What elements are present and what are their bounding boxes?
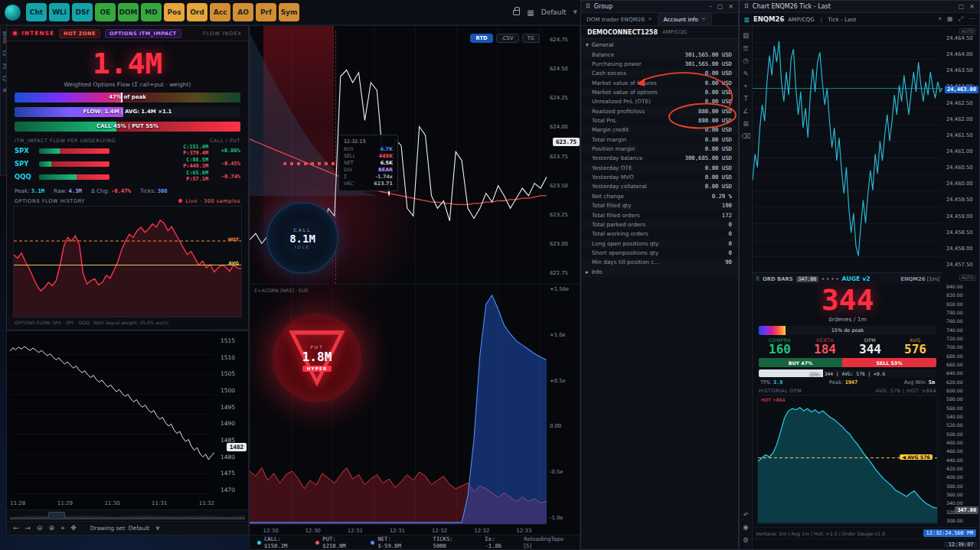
tab-dom-trader[interactable]: DOM trader ENQM26 ✕: [581, 13, 658, 25]
zoom-in-icon[interactable]: ⊕: [49, 525, 55, 532]
drag-handle-icon[interactable]: ⠿: [756, 276, 760, 282]
remove-drawings-icon[interactable]: ⌫: [741, 133, 750, 140]
account-row[interactable]: Net change 0.29 %: [581, 191, 738, 200]
upper-price-axis[interactable]: 624.75624.50624.25624.00623.75623.50623.…: [545, 37, 580, 276]
module-button[interactable]: Ord: [187, 3, 207, 21]
lower-value-axis[interactable]: +1.56e+1.0e+0.5e0.00-0.5e-1.0e: [545, 286, 580, 521]
opm-value-axis[interactable]: 840.00820.00800.00780.00760.00740.00720.…: [942, 272, 979, 527]
scrollbar-handle[interactable]: [48, 512, 65, 519]
account-row[interactable]: Total PnL 880.00 USD: [581, 116, 738, 125]
tick-price-axis[interactable]: 24,464.5024,464.0024,463.5024,463.0024,4…: [942, 26, 979, 272]
flow-history-chart[interactable]: HOT AVG: [13, 206, 242, 317]
hand-icon[interactable]: ✥: [70, 525, 77, 532]
drag-handle-icon[interactable]: ⠿: [586, 3, 590, 10]
tab-close-icon[interactable]: ✕: [648, 16, 652, 22]
account-row[interactable]: Long open positions qty 0: [581, 239, 738, 248]
account-row[interactable]: Market value of options 0.00 USD: [581, 87, 738, 96]
underlying-row[interactable]: SPY C:88.5M P:449.3M -0.45%: [7, 158, 248, 171]
symbol-label[interactable]: ENQM26: [753, 15, 784, 23]
layout-icon[interactable]: ▦: [947, 15, 953, 23]
chart-scrollbar[interactable]: [7, 509, 248, 521]
module-button[interactable]: Sym: [279, 3, 299, 21]
section-general[interactable]: ▾ General: [581, 39, 738, 50]
layout-grid-icon[interactable]: ▦: [527, 8, 534, 17]
lock-icon[interactable]: [513, 10, 520, 15]
drag-handle-icon[interactable]: ⠿: [744, 3, 749, 10]
account-row[interactable]: Realized profit/loss 880.00 USD: [581, 106, 738, 116]
account-row[interactable]: Short openpositions qty 0: [581, 248, 738, 257]
module-button[interactable]: MD: [141, 3, 162, 21]
close-icon[interactable]: ✕: [728, 3, 733, 10]
maximize-icon[interactable]: ▢: [959, 3, 965, 10]
minimize-icon[interactable]: –: [709, 3, 712, 10]
account-row[interactable]: Margin credit 0.00 USD: [581, 125, 738, 135]
auto-scale-label[interactable]: AUTO: [959, 28, 976, 34]
pan-right-icon[interactable]: →: [25, 525, 31, 532]
more-icon[interactable]: ⋮: [818, 16, 824, 23]
module-button[interactable]: DOM: [118, 3, 139, 21]
zoom-out-icon[interactable]: ⊖: [37, 525, 43, 532]
module-button[interactable]: Pos: [164, 3, 185, 21]
put-gauge[interactable]: ▽ PUT 1.8M HYPER: [273, 314, 361, 402]
drawing-set-label[interactable]: Drawing set: Default: [90, 525, 149, 532]
crosshair-icon[interactable]: ⌖: [60, 525, 64, 532]
tg-pill[interactable]: TG: [522, 34, 540, 43]
text-tool-icon[interactable]: T: [743, 96, 747, 103]
settings-icon[interactable]: ⚙: [743, 537, 749, 544]
draw-icon[interactable]: ✎: [743, 70, 748, 77]
close-icon[interactable]: ✕: [969, 3, 975, 10]
account-row[interactable]: Position margin 0.00 USD: [581, 144, 738, 153]
undo-icon[interactable]: ↶: [743, 512, 748, 519]
pan-left-icon[interactable]: ←: [13, 525, 19, 532]
csv-pill[interactable]: .CSV: [496, 34, 519, 43]
account-row[interactable]: Total margin 0.00 USD: [581, 135, 738, 144]
tab-close-icon[interactable]: ✕: [701, 16, 705, 22]
account-row[interactable]: Balance 301,565.00 USD: [581, 50, 738, 59]
price-axis[interactable]: 1515151015051500149514901485148014751470: [216, 331, 248, 500]
chevron-down-icon[interactable]: ▼: [155, 526, 159, 532]
section-info[interactable]: ▸ Info: [581, 267, 738, 278]
account-row[interactable]: Cash excess 0.00 USD: [581, 69, 738, 78]
account-row[interactable]: Total working orders 0: [581, 229, 738, 239]
account-row[interactable]: Unrealized PnL (OTE) 0.00 USD: [581, 97, 738, 106]
eye-icon[interactable]: ◉: [743, 524, 748, 531]
account-row[interactable]: Yesterday MVO 0.00 USD: [581, 172, 738, 181]
more-icon[interactable]: ⋯: [969, 15, 975, 23]
account-row[interactable]: Yesterday balance 300,685.00 USD: [581, 154, 738, 163]
opm-history-chart[interactable]: HOT >864 ◀ AVG 576: [757, 395, 938, 524]
price-chart-area[interactable]: [10, 334, 214, 500]
auto-scale-label[interactable]: AUTO: [959, 275, 976, 281]
account-row[interactable]: Yesterday collateral 0.00 USD: [581, 182, 738, 191]
ruler-icon[interactable]: ∠: [743, 108, 749, 115]
account-row[interactable]: Total filled orders 172: [581, 210, 738, 220]
account-row[interactable]: Total parked orders 0: [581, 220, 738, 229]
module-button[interactable]: OE: [95, 3, 116, 21]
fullscreen-icon[interactable]: ⤢: [959, 15, 963, 23]
maximize-icon[interactable]: ▢: [717, 3, 724, 10]
compare-icon[interactable]: ⌖: [939, 15, 942, 23]
account-row[interactable]: Min days till position c... 90: [581, 258, 738, 267]
layers-icon[interactable]: ☰: [743, 45, 749, 52]
account-row[interactable]: Yesterday OTE 0.00 USD: [581, 163, 738, 172]
grid-icon[interactable]: ⊞: [743, 121, 748, 128]
tab-account-info[interactable]: Account info ✕: [658, 13, 712, 25]
time-axis[interactable]: 11:2811:2911:3011:3111:32: [10, 500, 214, 509]
upper-chart[interactable]: RTD .CSV TG 624.75624.50624.25624.00623.…: [250, 26, 580, 284]
account-row[interactable]: Market value of futures 0.00 USD: [581, 78, 738, 87]
module-button[interactable]: Prf: [256, 3, 276, 21]
chart-title-bar[interactable]: ⠿ Chart ENQM26 Tick - Last ▢ ✕: [740, 1, 979, 13]
chart-type-icon[interactable]: ▥: [743, 32, 749, 39]
module-button[interactable]: Cht: [26, 3, 47, 21]
module-button[interactable]: WLi: [49, 3, 70, 21]
workspace-selector[interactable]: Default: [541, 8, 567, 16]
underlying-row[interactable]: SPX C:151.4M P:379.4M +0.86%: [7, 145, 248, 158]
call-gauge[interactable]: CALL 8.1M IDLE: [266, 202, 338, 274]
module-button[interactable]: Acc: [210, 3, 230, 21]
tick-chart-area[interactable]: [753, 26, 942, 272]
module-button[interactable]: AO: [233, 3, 253, 21]
alert-icon[interactable]: ◷: [743, 57, 748, 64]
crosshair-icon[interactable]: ⌖: [744, 83, 748, 89]
rtd-pill[interactable]: RTD: [470, 34, 492, 43]
module-button[interactable]: DSf: [72, 3, 93, 21]
lower-chart[interactable]: Σ+ACORN [NR5] · EUS ▽ PUT 1.8M HYPER +1.…: [250, 284, 580, 524]
